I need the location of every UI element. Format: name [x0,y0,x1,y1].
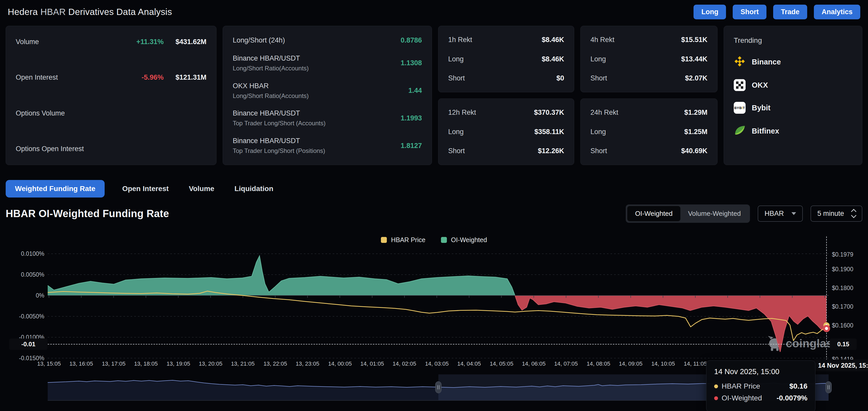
navigator-right-handle[interactable] [826,381,832,393]
interval-select[interactable]: 5 minute [810,206,862,222]
bitfinex-icon [734,124,746,138]
rekt-card-1h: 1h Rekt $8.46K Long $8.46K Short $0 [438,26,574,92]
y-axis-right-label: $0.1800 [832,284,868,292]
page-title-rest: Derivatives Data Analysis [68,7,172,17]
rekt-card-12h: 12h Rekt $370.37K Long $358.11K Short $1… [438,98,574,165]
rekt-card-24h: 24h Rekt $1.29M Long $1.25M Short $40.69… [580,98,717,165]
long-button[interactable]: Long [693,5,726,19]
trade-button[interactable]: Trade [773,5,807,19]
crosshair-horizontal [48,344,829,345]
crosshair-time-badge: 14 Nov 2025, 15:00 [813,359,868,371]
chevron-down-icon [792,212,796,215]
chart-canvas[interactable] [48,236,829,358]
trending-item-label: OKX [752,81,768,89]
toggle-oi-weighted[interactable]: OI-Weighted [627,206,680,221]
rekt-long-label: Long [590,55,606,63]
ratio-label: Binance HBAR/USDT [233,109,326,117]
trending-item-okx[interactable]: OKX [734,79,852,91]
tab-open-interest[interactable]: Open Interest [120,185,171,193]
rekt-long-label: Long [448,128,464,136]
ratio-value: 1.1993 [401,114,422,122]
rekt-short-label: Short [448,74,465,82]
y-axis-right-label: $0.1600 [832,322,868,329]
tab-volume[interactable]: Volume [186,185,217,193]
legend-label: OI-Weighted [451,236,487,244]
volume-change: +11.31% [136,38,164,46]
legend-label: HBAR Price [391,236,425,244]
legend-swatch-oi [441,237,447,243]
trending-item-bybit[interactable]: BYBIT Bybit [734,102,852,114]
rekt-total: $15.51K [681,36,708,44]
trending-item-bitfinex[interactable]: Bitfinex [734,124,852,138]
rekt-long-label: Long [590,128,606,136]
trending-item-label: Binance [752,58,781,66]
chart-header: HBAR OI-Weighted Funding Rate OI-Weighte… [6,203,862,224]
rekt-short-value: $2.07K [685,74,708,82]
rekt-total: $1.29M [684,109,708,117]
crosshair-left-badge: -0.01 [9,339,48,350]
crosshair-vertical [826,236,827,371]
volume-label: Volume [16,38,39,46]
price-dot-icon [714,384,718,388]
market-stats-card: Volume +11.31% $431.62M Open Interest -5… [6,26,216,165]
chart-tabs: Weighted Funding Rate Open Interest Volu… [6,180,276,198]
ratio-label: Binance HBAR/USDT [233,137,325,145]
ratio-row-binance-accounts: Binance HBAR/USDT Long/Short Ratio(Accou… [233,54,422,72]
trending-item-label: Bitfinex [752,127,779,135]
legend-hbar-price[interactable]: HBAR Price [381,236,425,244]
y-axis-left-label: -0.0050% [0,313,44,320]
ratio-row-top-trader-accounts: Binance HBAR/USDT Top Trader Long/Short … [233,109,422,127]
rekt-title: 12h Rekt [448,109,476,117]
rekt-title: 24h Rekt [590,109,618,117]
y-axis-left-label: 0% [0,292,44,299]
rekt-card-4h: 4h Rekt $15.51K Long $13.44K Short $2.07… [580,26,717,92]
analytics-button[interactable]: Analytics [814,5,860,19]
ratio-sublabel: Top Trader Long/Short (Positions) [233,147,325,154]
crosshair-right-badge: 0.15 [830,339,857,350]
okx-icon [734,79,746,91]
rekt-long-value: $358.11K [534,128,564,136]
ratio-label: OKX HBAR [233,82,309,90]
y-axis-right-label: $0.1900 [832,265,868,273]
ratio-value: 1.1308 [401,59,422,67]
tab-liquidation[interactable]: Liquidation [232,185,276,193]
rekt-short-value: $12.26K [538,147,564,155]
rekt-long-value: $8.46K [542,55,564,63]
chart-tooltip: 14 Nov 2025, 15:00 HBAR Price $0.16 OI-W… [706,360,815,411]
tooltip-row-price: HBAR Price $0.16 [714,382,807,390]
rekt-long-value: $1.25M [684,128,708,136]
rekt-total: $370.37K [534,109,564,117]
chart-controls: OI-Weighted Volume-Weighted HBAR 5 minut… [626,204,862,223]
weighting-toggle: OI-Weighted Volume-Weighted [626,204,750,223]
rekt-short-label: Short [448,147,465,155]
rekt-long-label: Long [448,55,464,63]
options-open-interest-row: Options Open Interest [16,145,207,153]
symbol-select[interactable]: HBAR [758,206,803,222]
top-bar: Hedera HBAR Derivatives Data Analysis Lo… [0,0,868,24]
chart-title: HBAR OI-Weighted Funding Rate [6,208,169,219]
trending-item-binance[interactable]: Binance [734,55,852,68]
open-interest-value: $121.31M [176,74,207,82]
tooltip-row-oi: OI-Weighted -0.0079% [714,394,807,402]
ratio-sublabel: Long/Short Ratio(Accounts) [233,65,309,72]
y-axis-right-label: $0.1700 [832,303,868,311]
funding-rate-chart: HBAR Price OI-Weighted coinglass [0,232,868,411]
oi-dot-icon [714,396,718,400]
legend-oi-weighted[interactable]: OI-Weighted [441,236,487,244]
rekt-short-value: $40.69K [681,147,708,155]
trending-card: Trending Binance [724,26,862,165]
rekt-short-label: Short [590,74,607,82]
spinner-icon [852,210,856,217]
options-volume-row: Options Volume [16,109,207,117]
volume-row: Volume +11.31% $431.62M [16,38,207,46]
rekt-short-label: Short [590,147,607,155]
rekt-title: 1h Rekt [448,36,472,44]
tooltip-label: OI-Weighted [722,394,762,402]
short-button[interactable]: Short [733,5,767,19]
toggle-volume-weighted[interactable]: Volume-Weighted [680,206,749,221]
rekt-column-1: 1h Rekt $8.46K Long $8.46K Short $0 12h … [438,26,574,165]
ratio-label: Long/Short (24h) [233,36,285,45]
navigator-left-handle[interactable] [435,381,441,393]
tab-weighted-funding-rate[interactable]: Weighted Funding Rate [6,180,105,198]
options-volume-label: Options Volume [16,109,65,117]
